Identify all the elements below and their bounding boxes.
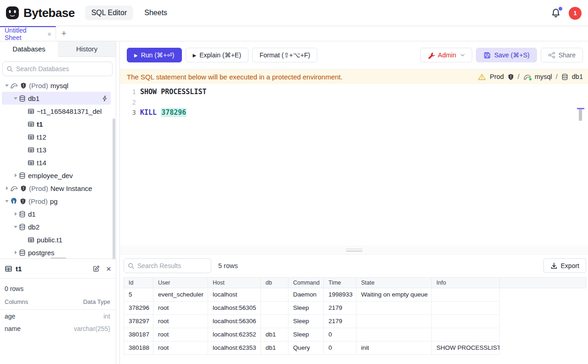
avatar[interactable]: 1 (569, 7, 582, 20)
table-row[interactable]: 380188rootlocalhost:62353db1Query0initSH… (124, 342, 499, 355)
database-search-input[interactable] (16, 65, 108, 73)
table-cell: 0 (324, 342, 356, 354)
caret-right-icon[interactable] (12, 251, 19, 254)
tab-untitled-sheet[interactable]: Untitled Sheet (0, 26, 56, 41)
results-search-input[interactable] (137, 262, 207, 269)
tree-item-label: ~t1_1658481371_del (37, 107, 102, 115)
caret-down-icon[interactable] (4, 200, 10, 202)
warning-triangle-icon (478, 73, 486, 81)
tree-item-t14[interactable]: t14 (2, 156, 111, 169)
editor-scrollbar-thumb[interactable] (579, 109, 582, 121)
table-cell (432, 302, 500, 314)
protected-environment-banner: The SQL statement below will be executed… (120, 69, 588, 84)
table-cell (356, 315, 432, 328)
schema-columns-list: ageintnamevarchar(255) (0, 310, 116, 335)
main-area: ▶ Run (⌘+⏎) ▶ Explain (⌘+E) Format (⇧+⌥+… (119, 41, 588, 364)
table-row[interactable]: 5event_schedulerlocalhostDaemon1998933Wa… (124, 288, 499, 302)
caret-right-icon[interactable] (12, 212, 19, 216)
tab-databases[interactable]: Databases (0, 41, 58, 57)
tree-item-t13[interactable]: t13 (2, 143, 111, 156)
tree-item-label: New Instance (51, 185, 92, 192)
tree-item-db1[interactable]: db1 (2, 92, 111, 105)
column-header-user[interactable]: User (153, 278, 208, 288)
tree-item-environment: (Prod) (29, 82, 48, 90)
column-header-db[interactable]: db (261, 278, 288, 288)
connection-breadcrumb: Prod / mysql / db1 (478, 73, 583, 81)
editor-line[interactable]: 2 (120, 97, 588, 108)
table-cell: root (153, 315, 208, 328)
tree-item-environment: (Prod) (28, 197, 48, 205)
caret-down-icon[interactable] (4, 84, 10, 87)
download-icon (550, 262, 558, 269)
tree-item-employee-dev[interactable]: employee_dev (2, 169, 111, 182)
sql-code-editor[interactable]: 1SHOW PROCESSLIST23KILL 378296 (120, 84, 588, 246)
breadcrumb-instance[interactable]: mysql (535, 73, 552, 80)
database-search (2, 62, 113, 76)
results-table: IdUserHostdbCommandTimeStateInfo 5event_… (124, 277, 586, 355)
column-header-host[interactable]: Host (208, 278, 261, 288)
table-row[interactable]: 378296rootlocalhost:56305Sleep2179 (124, 302, 499, 315)
share-button[interactable]: Share (541, 48, 583, 62)
column-header-id[interactable]: Id (124, 278, 153, 288)
tree-item-db2[interactable]: db2 (2, 220, 111, 233)
table-cell: 378296 (124, 302, 153, 314)
run-button[interactable]: ▶ Run (⌘+⏎) (127, 48, 182, 62)
tree-scrollbar[interactable] (113, 118, 115, 269)
tab-history[interactable]: History (58, 41, 116, 56)
format-button[interactable]: Format (⇧+⌥+F) (252, 48, 317, 62)
tree-item-t12[interactable]: t12 (2, 130, 111, 143)
warning-message: The SQL statement below will be executed… (127, 73, 343, 81)
results-resize-handle[interactable] (346, 249, 362, 252)
table-cell: root (153, 342, 208, 354)
column-header-command[interactable]: Command (288, 278, 324, 288)
tree-item-public-t1[interactable]: public.t1 (2, 233, 111, 246)
table-cell (432, 288, 500, 301)
column-header-state[interactable]: State (356, 278, 432, 288)
tree-item-postgres[interactable]: postgres (2, 246, 111, 258)
tree-item-label: mysql (51, 82, 68, 90)
schema-panel-header: t1 × (0, 259, 116, 279)
export-button[interactable]: Export (543, 258, 586, 273)
notification-unread-dot (559, 7, 562, 11)
explain-button[interactable]: ▶ Explain (⌘+E) (186, 48, 249, 62)
tree-item-pg[interactable]: (Prod)pg (2, 195, 111, 207)
breadcrumb-database[interactable]: db1 (572, 73, 583, 80)
brand[interactable]: Bytebase (0, 6, 75, 20)
line-number: 3 (120, 109, 140, 116)
breadcrumb-environment[interactable]: Prod (490, 73, 504, 80)
bolt-icon[interactable] (102, 95, 108, 102)
tree-item-new-instance[interactable]: (Prod)New Instance (2, 182, 111, 195)
caret-right-icon[interactable] (4, 186, 10, 190)
editor-toolbar: ▶ Run (⌘+⏎) ▶ Explain (⌘+E) Format (⇧+⌥+… (120, 41, 588, 69)
type-header-label: Data Type (83, 298, 110, 305)
nav-sql-editor[interactable]: SQL Editor (85, 6, 134, 20)
caret-down-icon[interactable] (12, 226, 19, 228)
tree-item-environment: (Prod) (29, 185, 48, 192)
database-icon (19, 224, 26, 230)
table-cell: localhost:56305 (208, 302, 261, 314)
editor-line[interactable]: 3KILL 378296 (120, 107, 588, 118)
schema-row-count: 0 rows (0, 279, 116, 292)
add-sheet-button[interactable]: + (56, 26, 72, 41)
tree-item-mysql[interactable]: (Prod)mysql (2, 79, 111, 92)
tree-item-d1[interactable]: d1 (2, 207, 111, 220)
table-cell (432, 328, 500, 341)
table-row[interactable]: 380187rootlocalhost:62352db1Sleep0 (124, 328, 499, 342)
caret-down-icon[interactable] (12, 97, 19, 100)
notifications-button[interactable] (550, 8, 561, 19)
column-header-time[interactable]: Time (324, 278, 356, 288)
column-header-info[interactable]: Info (432, 278, 500, 288)
tree-item--t1-1658481371-del[interactable]: ~t1_1658481371_del (2, 105, 111, 118)
close-icon[interactable]: × (106, 264, 111, 273)
table-row[interactable]: 378297rootlocalhost:56306Sleep2179 (124, 315, 499, 328)
edit-icon[interactable] (92, 265, 100, 273)
nav-sheets[interactable]: Sheets (138, 6, 174, 20)
schema-column-row: ageint (0, 310, 116, 322)
results-resize-bar (120, 246, 588, 255)
caret-right-icon[interactable] (12, 174, 19, 177)
editor-line[interactable]: 1SHOW PROCESSLIST (120, 87, 588, 97)
admin-mode-button[interactable]: Admin (420, 48, 472, 62)
table-cell (356, 328, 432, 341)
tree-item-t1[interactable]: t1 (2, 118, 111, 130)
save-button[interactable]: Save (⌘+S) (476, 48, 537, 62)
